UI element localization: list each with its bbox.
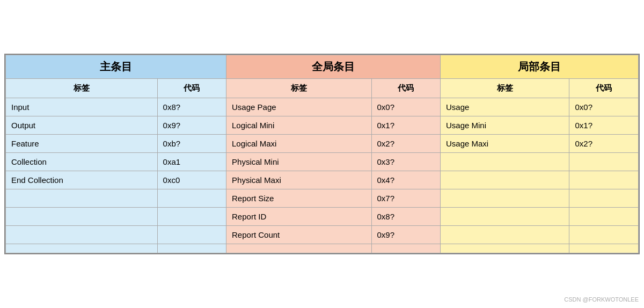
cell-local-code [569, 171, 639, 189]
cell-global-code: 0x7? [371, 189, 440, 208]
cell-global-label: Usage Page [226, 98, 371, 116]
cell-main-code: 0xa1 [157, 153, 226, 171]
cell-local-code: 0x0? [569, 98, 639, 116]
cell-main-label: End Collection [6, 171, 158, 189]
cell-main-code: 0x8? [157, 98, 226, 116]
cell-global-code: 0x0? [371, 98, 440, 116]
cell-global-label: Physical Mini [226, 153, 371, 171]
cell-main-label: Input [6, 98, 158, 116]
table-wrapper: 主条目 全局条目 局部条目 标签 代码 标签 代码 标签 代码 Input0x8… [4, 54, 640, 254]
cell-main-code [157, 244, 226, 253]
header-local: 局部条目 [440, 55, 638, 79]
cell-main-code: 0x9? [157, 116, 226, 135]
cell-local-code [569, 153, 639, 171]
cell-local-label: Usage [440, 98, 569, 116]
header-global: 全局条目 [226, 55, 441, 79]
watermark: CSDN @FORKWOTONLEE [564, 296, 639, 303]
cell-main-label [6, 208, 158, 226]
cell-global-label [226, 244, 371, 253]
cell-main-code [157, 189, 226, 208]
main-table: 主条目 全局条目 局部条目 标签 代码 标签 代码 标签 代码 Input0x8… [5, 55, 639, 253]
cell-main-code [157, 226, 226, 244]
cell-global-code: 0x4? [371, 171, 440, 189]
cell-main-code: 0xb? [157, 135, 226, 153]
cell-local-code: 0x1? [569, 116, 639, 135]
cell-local-label: Usage Maxi [440, 135, 569, 153]
cell-main-label [6, 226, 158, 244]
subheader-local-code: 代码 [569, 79, 639, 98]
cell-global-code: 0x9? [371, 226, 440, 244]
cell-main-label: Feature [6, 135, 158, 153]
cell-global-code: 0x2? [371, 135, 440, 153]
cell-global-label: Physical Maxi [226, 171, 371, 189]
cell-local-label [440, 153, 569, 171]
cell-local-code [569, 244, 639, 253]
cell-main-label: Output [6, 116, 158, 135]
subheader-global-code: 代码 [371, 79, 440, 98]
cell-global-label: Logical Maxi [226, 135, 371, 153]
cell-local-label: Usage Mini [440, 116, 569, 135]
cell-global-code: 0x1? [371, 116, 440, 135]
subheader-global-label: 标签 [226, 79, 371, 98]
cell-local-code [569, 226, 639, 244]
cell-local-label [440, 244, 569, 253]
subheader-local-label: 标签 [440, 79, 569, 98]
cell-local-code [569, 189, 639, 208]
cell-global-label: Report Count [226, 226, 371, 244]
subheader-main-label: 标签 [6, 79, 158, 98]
cell-global-code: 0x8? [371, 208, 440, 226]
cell-main-label [6, 244, 158, 253]
cell-global-label: Report ID [226, 208, 371, 226]
cell-local-code: 0x2? [569, 135, 639, 153]
cell-global-label: Logical Mini [226, 116, 371, 135]
cell-main-label: Collection [6, 153, 158, 171]
cell-global-code [371, 244, 440, 253]
cell-local-label [440, 171, 569, 189]
header-main: 主条目 [6, 55, 226, 79]
cell-local-code [569, 208, 639, 226]
cell-local-label [440, 226, 569, 244]
cell-local-label [440, 208, 569, 226]
subheader-main-code: 代码 [157, 79, 226, 98]
cell-global-code: 0x3? [371, 153, 440, 171]
cell-local-label [440, 189, 569, 208]
cell-main-code: 0xc0 [157, 171, 226, 189]
cell-main-label [6, 189, 158, 208]
cell-global-label: Report Size [226, 189, 371, 208]
cell-main-code [157, 208, 226, 226]
